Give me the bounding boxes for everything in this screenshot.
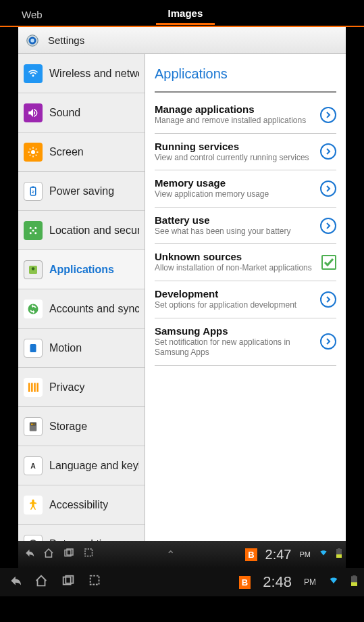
sidebar-label: Storage <box>49 421 87 433</box>
svg-line-11 <box>36 148 37 149</box>
row-subtitle: Set options for application development <box>155 300 316 311</box>
battery-status-icon <box>351 575 357 589</box>
svg-rect-44 <box>90 576 99 585</box>
row-unknown-sources[interactable]: Unknown sources Allow installation of no… <box>155 244 336 281</box>
row-samsung-apps[interactable]: Samsung Apps Set notification for new ap… <box>155 318 336 366</box>
row-memory-usage[interactable]: Memory usage View application memory usa… <box>155 170 336 208</box>
notification-badge[interactable]: B <box>239 576 251 589</box>
sidebar-item-location[interactable]: Location and security <box>18 211 145 250</box>
language-icon: A <box>24 456 43 475</box>
chevron-right-icon <box>320 291 336 308</box>
chevron-right-icon <box>320 107 336 123</box>
clock-pm: PM <box>300 550 311 558</box>
row-subtitle: Set notification for new applications in… <box>155 337 316 358</box>
row-subtitle: Manage and remove installed applications <box>155 116 316 126</box>
location-icon <box>24 221 43 240</box>
svg-point-2 <box>30 39 34 43</box>
sidebar-item-wireless[interactable]: Wireless and networks <box>18 54 145 93</box>
content-title: Applications <box>155 61 336 93</box>
svg-rect-22 <box>30 344 36 352</box>
sidebar-item-storage[interactable]: Storage <box>18 407 145 446</box>
sidebar-item-motion[interactable]: Motion <box>18 329 145 368</box>
battery-icon <box>24 182 43 201</box>
svg-rect-47 <box>353 575 356 577</box>
sidebar-item-accessibility[interactable]: Accessibility <box>18 485 145 525</box>
home-icon[interactable] <box>34 573 49 591</box>
sidebar-label: Accounts and sync <box>49 303 139 315</box>
svg-line-8 <box>30 148 31 149</box>
sidebar-label: Power saving <box>49 185 114 197</box>
recent-icon[interactable] <box>63 547 75 562</box>
sidebar-label: Motion <box>49 342 82 354</box>
tab-web[interactable]: Web <box>9 2 55 24</box>
svg-point-20 <box>32 267 35 270</box>
sidebar-item-language[interactable]: A Language and keyboard <box>18 446 145 485</box>
recent-icon[interactable] <box>61 573 76 591</box>
brightness-icon <box>24 143 43 162</box>
settings-sidebar: Wireless and networks Sound Screen <box>18 54 145 568</box>
tab-images[interactable]: Images <box>156 1 215 25</box>
row-title: Unknown sources <box>155 251 317 262</box>
chevron-right-icon <box>320 218 336 234</box>
svg-line-10 <box>30 154 31 156</box>
accessibility-icon <box>24 496 43 515</box>
svg-rect-46 <box>351 582 357 586</box>
sidebar-label: Screen <box>49 146 84 158</box>
sidebar-item-privacy[interactable]: Privacy <box>18 368 145 407</box>
device-screen: Settings Wireless and networks Sound <box>18 27 346 568</box>
clock-time: 2:48 <box>263 573 292 591</box>
notification-badge[interactable]: B <box>245 548 257 561</box>
capture-icon[interactable] <box>88 573 103 591</box>
privacy-icon <box>24 378 43 397</box>
checkbox-checked-icon[interactable] <box>321 255 336 270</box>
inner-navbar: ⌃ B 2:47 PM <box>18 541 346 568</box>
svg-rect-31 <box>34 423 34 425</box>
row-development[interactable]: Development Set options for application … <box>155 281 336 318</box>
wifi-signal-icon <box>319 548 328 560</box>
sidebar-label: Language and keyboard <box>49 460 139 472</box>
svg-rect-38 <box>85 549 93 556</box>
svg-text:A: A <box>30 461 36 469</box>
sidebar-item-power-saving[interactable]: Power saving <box>18 172 145 211</box>
clock-pm: PM <box>304 577 316 587</box>
svg-point-18 <box>32 229 34 231</box>
svg-point-14 <box>30 226 32 229</box>
svg-rect-40 <box>336 554 342 558</box>
row-battery-use[interactable]: Battery use See what has been using your… <box>155 208 336 245</box>
svg-point-15 <box>34 226 36 229</box>
svg-rect-13 <box>32 186 34 187</box>
battery-status-icon <box>336 548 342 560</box>
storage-icon <box>24 417 43 436</box>
gear-icon <box>25 33 40 48</box>
browser-tabs: Web Images <box>0 0 364 26</box>
svg-point-17 <box>34 232 36 234</box>
svg-rect-41 <box>338 548 340 550</box>
back-icon[interactable] <box>7 573 22 591</box>
clock-time: 2:47 <box>265 547 292 563</box>
row-title: Manage applications <box>155 103 316 115</box>
sidebar-item-accounts[interactable]: Accounts and sync <box>18 289 145 329</box>
row-running-services[interactable]: Running services View and control curren… <box>155 134 336 171</box>
back-icon[interactable] <box>22 547 34 562</box>
home-icon[interactable] <box>43 547 55 562</box>
sidebar-label: Applications <box>49 264 114 276</box>
sidebar-item-screen[interactable]: Screen <box>18 133 145 172</box>
content-panel: Applications Manage applications Manage … <box>145 54 346 568</box>
row-title: Memory usage <box>155 177 316 189</box>
sidebar-item-sound[interactable]: Sound <box>18 93 145 133</box>
svg-rect-29 <box>31 423 32 425</box>
chevron-right-icon <box>320 181 336 197</box>
wifi-icon <box>24 64 43 83</box>
sidebar-item-applications[interactable]: Applications <box>18 250 145 289</box>
chevron-right-icon <box>320 143 336 160</box>
svg-line-9 <box>36 154 37 156</box>
capture-icon[interactable] <box>83 547 95 562</box>
svg-point-16 <box>30 232 32 234</box>
row-subtitle: View application memory usage <box>155 189 316 200</box>
row-subtitle: Allow installation of non-Market applica… <box>155 263 317 274</box>
sidebar-label: Accessibility <box>49 499 108 511</box>
row-manage-applications[interactable]: Manage applications Manage and remove in… <box>155 97 336 134</box>
motion-icon <box>24 339 43 358</box>
chevron-right-icon <box>320 333 336 350</box>
expand-icon[interactable]: ⌃ <box>103 548 237 561</box>
